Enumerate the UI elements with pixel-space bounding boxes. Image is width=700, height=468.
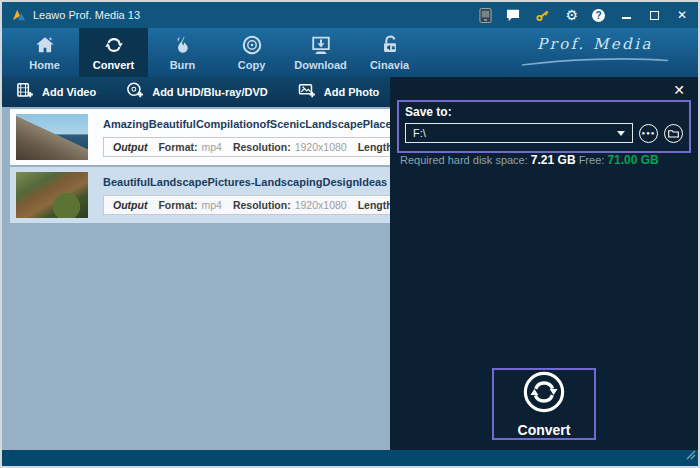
titlebar: Leawo Prof. Media 13 ⚙ ? ✕ <box>2 2 698 28</box>
cinavia-unlock-icon <box>379 34 401 56</box>
tab-convert-label: Convert <box>93 59 135 71</box>
format-value: mp4 <box>202 199 222 211</box>
required-space-value: 7.21 GB <box>531 153 576 167</box>
browse-folder-button[interactable]: ●●● <box>639 124 658 143</box>
burn-flame-icon <box>172 34 194 56</box>
output-label: Output <box>113 199 147 211</box>
resize-grip[interactable] <box>686 446 696 464</box>
video-thumbnail-1 <box>16 114 88 160</box>
copy-disc-icon <box>241 34 263 56</box>
free-space-label: Free: <box>579 154 605 166</box>
app-window: Leawo Prof. Media 13 ⚙ ? ✕ <box>0 0 700 468</box>
window-title: Leawo Prof. Media 13 <box>33 9 140 21</box>
tab-cinavia-label: Cinavia <box>370 59 409 71</box>
free-space-value: 71.00 GB <box>607 153 658 167</box>
brand-swoosh <box>520 56 670 67</box>
status-bar <box>2 450 698 466</box>
tab-convert[interactable]: Convert <box>79 28 148 77</box>
save-to-box: Save to: F:\ ●●● <box>397 100 691 153</box>
folder-icon <box>668 129 679 138</box>
output-label: Output <box>113 141 147 153</box>
required-space-label: Required hard disk space: <box>400 154 528 166</box>
add-photo-button[interactable]: Add Photo <box>298 81 380 103</box>
chevron-down-icon <box>617 131 625 136</box>
register-key-icon[interactable] <box>534 7 551 24</box>
tab-burn[interactable]: Burn <box>148 28 217 77</box>
add-video-button[interactable]: Add Video <box>16 81 96 103</box>
close-button[interactable]: ✕ <box>675 8 689 22</box>
format-value: mp4 <box>202 141 222 153</box>
feedback-bubble-icon[interactable] <box>506 9 520 22</box>
add-photo-label: Add Photo <box>324 86 380 98</box>
tab-home[interactable]: Home <box>10 28 79 77</box>
video-thumbnail-2 <box>16 172 88 218</box>
add-photo-icon <box>298 81 316 103</box>
brand-text: Prof. Media <box>520 35 670 53</box>
open-folder-button[interactable] <box>664 124 683 143</box>
save-to-label: Save to: <box>405 105 683 119</box>
tab-copy-label: Copy <box>238 59 266 71</box>
maximize-button[interactable] <box>647 11 661 20</box>
convert-cycle-icon <box>523 371 565 417</box>
brand-script: Prof. Media <box>520 35 670 71</box>
resolution-value: 1920x1080 <box>295 199 347 211</box>
minimize-button[interactable] <box>619 11 633 19</box>
device-register-icon[interactable] <box>479 8 492 23</box>
tab-download-label: Download <box>294 59 347 71</box>
tab-download[interactable]: Download <box>286 28 355 77</box>
settings-gear-icon[interactable]: ⚙ <box>565 8 578 22</box>
convert-button-label: Convert <box>518 422 571 438</box>
save-path-value: F:\ <box>413 127 426 139</box>
disk-space-info: Required hard disk space: 7.21 GB Free: … <box>400 153 659 167</box>
tab-home-label: Home <box>29 59 60 71</box>
convert-button[interactable]: Convert <box>492 368 596 440</box>
tab-cinavia[interactable]: Cinavia <box>355 28 424 77</box>
main-nav: Home Convert Burn Copy Download <box>2 28 698 77</box>
convert-settings-panel: ✕ Save to: F:\ ●●● Required hard disk sp… <box>390 77 698 450</box>
add-uhd-bluray-dvd-label: Add UHD/Blu-ray/DVD <box>152 86 268 98</box>
download-icon <box>310 34 332 56</box>
save-path-dropdown[interactable]: F:\ <box>405 123 633 143</box>
app-logo-icon <box>12 8 26 22</box>
panel-close-icon[interactable]: ✕ <box>673 82 685 98</box>
home-icon <box>34 34 56 56</box>
add-video-icon <box>16 81 34 103</box>
add-uhd-bluray-dvd-button[interactable]: Add UHD/Blu-ray/DVD <box>126 81 268 103</box>
help-icon[interactable]: ? <box>592 9 605 22</box>
convert-cycle-icon <box>103 34 125 56</box>
tab-burn-label: Burn <box>170 59 196 71</box>
resolution-value: 1920x1080 <box>295 141 347 153</box>
add-disc-icon <box>126 81 144 103</box>
tab-copy[interactable]: Copy <box>217 28 286 77</box>
add-video-label: Add Video <box>42 86 96 98</box>
